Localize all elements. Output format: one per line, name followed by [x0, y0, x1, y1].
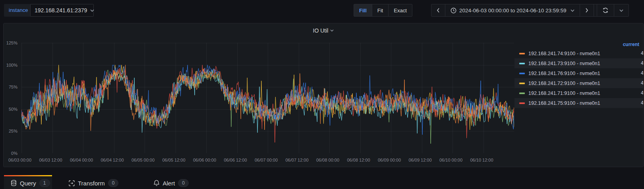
refresh-button[interactable] [597, 4, 614, 16]
x-tick-label: 06/08 12:00 [347, 158, 370, 162]
time-range-controls: 2024-06-03 00:00:00 to 2024-06-10 23:59:… [431, 4, 611, 17]
tab-alert-label: Alert [162, 180, 175, 187]
y-tick-label: 100% [6, 63, 17, 68]
io-util-panel: IO Util 0%25%50%75%100%125% 06/03 00:000… [3, 23, 644, 167]
editor-tabs: Query 1 Transform 0 Alert 0 [4, 175, 195, 189]
legend-row[interactable]: 192.168.241.73:9100 - nvme0n14 [514, 58, 644, 68]
x-tick-label: 06/06 12:00 [224, 158, 247, 162]
legend-series-name[interactable]: 192.168.241.72:9100 - nvme0n1 [528, 81, 600, 86]
x-tick-label: 06/10 00:00 [439, 158, 462, 162]
legend-current-value-clipped: 4 [641, 100, 644, 106]
refresh-interval-dropdown[interactable] [614, 4, 629, 16]
clock-icon [451, 8, 456, 14]
tab-transform[interactable]: Transform 0 [62, 175, 125, 189]
x-tick-label: 06/05 12:00 [162, 158, 186, 162]
legend-series-name[interactable]: 192.168.241.76:9100 - nvme0n1 [528, 71, 600, 76]
chevron-down-icon [619, 9, 623, 12]
time-series-plot[interactable] [21, 43, 514, 153]
legend: current 192.168.241.74:9100 - nvme0n1419… [514, 40, 644, 108]
x-tick-label: 06/09 00:00 [378, 158, 401, 162]
x-tick-label: 06/03 12:00 [39, 158, 62, 162]
tab-transform-count-badge: 0 [108, 179, 119, 187]
x-tick-label: 06/08 00:00 [316, 158, 339, 162]
refresh-icon [602, 7, 609, 14]
y-tick-label: 75% [9, 85, 17, 89]
variable-label: instance [4, 4, 33, 17]
legend-series-swatch[interactable] [519, 73, 525, 74]
chevron-left-icon [437, 8, 440, 13]
dashboard-submenu-bar: instance 192.168.241.61:2379 Fill Fit Ex… [0, 0, 644, 21]
refresh-controls [597, 4, 629, 17]
x-tick-label: 06/03 00:00 [8, 158, 31, 162]
tab-query[interactable]: Query 1 [4, 175, 52, 189]
time-shift-forward-button[interactable] [580, 4, 594, 16]
y-tick-label: 50% [9, 107, 17, 112]
legend-series-swatch[interactable] [519, 93, 525, 94]
tab-transform-label: Transform [78, 180, 105, 187]
chevron-right-icon [585, 8, 588, 13]
legend-row[interactable]: 192.168.241.76:9100 - nvme0n14 [514, 68, 644, 78]
process-icon [69, 180, 75, 186]
x-tick-label: 06/07 12:00 [286, 158, 309, 162]
bell-icon [154, 180, 159, 186]
legend-series-swatch[interactable] [519, 63, 525, 64]
chevron-down-icon [571, 9, 574, 12]
panel-title-menu[interactable]: IO Util [4, 26, 643, 35]
x-tick-label: 06/06 00:00 [193, 158, 216, 162]
legend-series-name[interactable]: 192.168.241.71:9100 - nvme0n1 [528, 91, 600, 96]
legend-series-swatch[interactable] [519, 83, 525, 84]
database-icon [11, 180, 17, 186]
view-mode-button-group: Fill Fit Exact [354, 4, 412, 17]
legend-current-value-clipped: 4 [641, 80, 644, 86]
chevron-down-icon [330, 29, 334, 32]
y-tick-label: 0% [11, 151, 17, 156]
variable-value: 192.168.241.61:2379 [35, 7, 87, 14]
x-tick-label: 06/04 00:00 [70, 158, 93, 162]
tab-query-count-badge: 1 [39, 179, 50, 187]
legend-series-name[interactable]: 192.168.241.75:9100 - nvme0n1 [528, 100, 600, 106]
time-range-text: 2024-06-03 00:00:00 to 2024-06-10 23:59:… [459, 8, 566, 14]
legend-current-value-clipped: 4 [641, 60, 644, 66]
legend-row[interactable]: 192.168.241.74:9100 - nvme0n14 [514, 48, 644, 58]
tab-query-label: Query [20, 180, 36, 187]
legend-series-name[interactable]: 192.168.241.74:9100 - nvme0n1 [528, 51, 600, 56]
x-tick-label: 06/07 00:00 [255, 158, 278, 162]
y-tick-label: 25% [9, 129, 17, 133]
view-mode-fill-button[interactable]: Fill [354, 4, 372, 16]
tab-alert-count-badge: 0 [178, 179, 189, 187]
view-mode-fit-button[interactable]: Fit [372, 4, 388, 16]
legend-current-value-clipped: 4 [641, 70, 644, 76]
x-tick-label: 06/05 00:00 [132, 158, 155, 162]
panel-title: IO Util [313, 27, 329, 34]
legend-row[interactable]: 192.168.241.75:9100 - nvme0n14 [514, 98, 644, 108]
legend-current-value-clipped: 4 [641, 50, 644, 56]
x-tick-label: 06/04 12:00 [101, 158, 124, 162]
x-tick-label: 06/09 12:00 [409, 158, 432, 162]
legend-series-name[interactable]: 192.168.241.73:9100 - nvme0n1 [528, 61, 600, 66]
chevron-down-icon [90, 9, 94, 12]
legend-row[interactable]: 192.168.241.71:9100 - nvme0n14 [514, 88, 644, 98]
view-mode-exact-button[interactable]: Exact [388, 4, 412, 16]
legend-current-value-clipped: 4 [641, 90, 644, 96]
y-tick-label: 125% [6, 40, 17, 45]
legend-row[interactable]: 192.168.241.72:9100 - nvme0n14 [514, 78, 644, 88]
legend-series-swatch[interactable] [519, 102, 525, 104]
x-tick-label: 06/10 12:00 [470, 158, 493, 162]
tab-alert[interactable]: Alert 0 [147, 175, 195, 189]
instance-variable-dropdown[interactable]: 192.168.241.61:2379 [30, 4, 94, 17]
legend-series-swatch[interactable] [519, 53, 525, 54]
time-shift-back-button[interactable] [431, 4, 445, 16]
time-range-picker-button[interactable]: 2024-06-03 00:00:00 to 2024-06-10 23:59:… [445, 4, 580, 16]
chart-canvas[interactable] [21, 43, 514, 153]
legend-current-sort-header[interactable]: current [514, 40, 644, 48]
